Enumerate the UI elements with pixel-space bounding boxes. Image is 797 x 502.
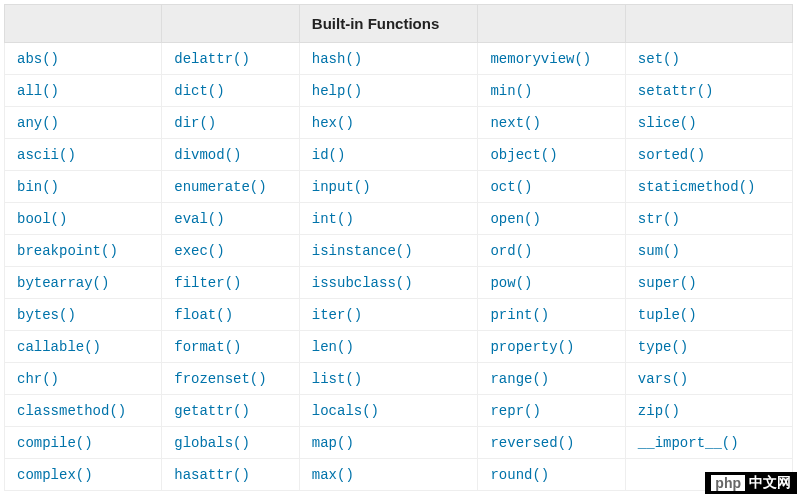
function-link[interactable]: classmethod(): [17, 403, 126, 419]
function-link[interactable]: dict(): [174, 83, 224, 99]
function-link[interactable]: sum(): [638, 243, 680, 259]
function-link[interactable]: range(): [490, 371, 549, 387]
function-link[interactable]: isinstance(): [312, 243, 413, 259]
function-link[interactable]: super(): [638, 275, 697, 291]
function-link[interactable]: complex(): [17, 467, 93, 483]
table-cell: exec(): [162, 235, 300, 267]
table-cell: id(): [299, 139, 478, 171]
table-row: bytes()float()iter()print()tuple(): [5, 299, 793, 331]
function-link[interactable]: int(): [312, 211, 354, 227]
function-link[interactable]: divmod(): [174, 147, 241, 163]
function-link[interactable]: eval(): [174, 211, 224, 227]
header-col-2: [162, 5, 300, 43]
function-link[interactable]: hex(): [312, 115, 354, 131]
table-cell: ascii(): [5, 139, 162, 171]
function-link[interactable]: print(): [490, 307, 549, 323]
function-link[interactable]: chr(): [17, 371, 59, 387]
function-link[interactable]: sorted(): [638, 147, 705, 163]
table-cell: hash(): [299, 43, 478, 75]
header-col-3: Built-in Functions: [299, 5, 478, 43]
function-link[interactable]: bytearray(): [17, 275, 109, 291]
table-cell: breakpoint(): [5, 235, 162, 267]
function-link[interactable]: oct(): [490, 179, 532, 195]
function-link[interactable]: bytes(): [17, 307, 76, 323]
function-link[interactable]: staticmethod(): [638, 179, 756, 195]
function-link[interactable]: any(): [17, 115, 59, 131]
table-cell: all(): [5, 75, 162, 107]
table-row: bin()enumerate()input()oct()staticmethod…: [5, 171, 793, 203]
function-link[interactable]: breakpoint(): [17, 243, 118, 259]
function-link[interactable]: locals(): [312, 403, 379, 419]
function-link[interactable]: object(): [490, 147, 557, 163]
function-link[interactable]: set(): [638, 51, 680, 67]
function-link[interactable]: format(): [174, 339, 241, 355]
table-cell: set(): [625, 43, 792, 75]
table-row: all()dict()help()min()setattr(): [5, 75, 793, 107]
table-cell: staticmethod(): [625, 171, 792, 203]
function-link[interactable]: memoryview(): [490, 51, 591, 67]
function-link[interactable]: exec(): [174, 243, 224, 259]
table-row: ascii()divmod()id()object()sorted(): [5, 139, 793, 171]
function-link[interactable]: bin(): [17, 179, 59, 195]
function-link[interactable]: ord(): [490, 243, 532, 259]
function-link[interactable]: property(): [490, 339, 574, 355]
function-link[interactable]: delattr(): [174, 51, 250, 67]
function-link[interactable]: callable(): [17, 339, 101, 355]
function-link[interactable]: issubclass(): [312, 275, 413, 291]
function-link[interactable]: frozenset(): [174, 371, 266, 387]
function-link[interactable]: pow(): [490, 275, 532, 291]
function-link[interactable]: all(): [17, 83, 59, 99]
function-link[interactable]: abs(): [17, 51, 59, 67]
function-link[interactable]: enumerate(): [174, 179, 266, 195]
table-cell: any(): [5, 107, 162, 139]
function-link[interactable]: globals(): [174, 435, 250, 451]
function-link[interactable]: filter(): [174, 275, 241, 291]
table-cell: max(): [299, 459, 478, 491]
table-cell: bin(): [5, 171, 162, 203]
function-link[interactable]: repr(): [490, 403, 540, 419]
table-cell: property(): [478, 331, 625, 363]
function-link[interactable]: zip(): [638, 403, 680, 419]
function-link[interactable]: dir(): [174, 115, 216, 131]
table-row: callable()format()len()property()type(): [5, 331, 793, 363]
watermark-php: php: [711, 475, 745, 491]
function-link[interactable]: getattr(): [174, 403, 250, 419]
function-link[interactable]: ascii(): [17, 147, 76, 163]
function-link[interactable]: vars(): [638, 371, 688, 387]
function-link[interactable]: type(): [638, 339, 688, 355]
function-link[interactable]: str(): [638, 211, 680, 227]
function-link[interactable]: list(): [312, 371, 362, 387]
table-cell: bytearray(): [5, 267, 162, 299]
table-cell: object(): [478, 139, 625, 171]
function-link[interactable]: reversed(): [490, 435, 574, 451]
function-link[interactable]: help(): [312, 83, 362, 99]
table-cell: format(): [162, 331, 300, 363]
function-link[interactable]: hasattr(): [174, 467, 250, 483]
function-link[interactable]: next(): [490, 115, 540, 131]
header-col-4: [478, 5, 625, 43]
function-link[interactable]: float(): [174, 307, 233, 323]
table-row: classmethod()getattr()locals()repr()zip(…: [5, 395, 793, 427]
table-cell: filter(): [162, 267, 300, 299]
table-cell: tuple(): [625, 299, 792, 331]
function-link[interactable]: id(): [312, 147, 346, 163]
function-link[interactable]: input(): [312, 179, 371, 195]
function-link[interactable]: round(): [490, 467, 549, 483]
function-link[interactable]: len(): [312, 339, 354, 355]
function-link[interactable]: map(): [312, 435, 354, 451]
function-link[interactable]: max(): [312, 467, 354, 483]
function-link[interactable]: hash(): [312, 51, 362, 67]
function-link[interactable]: tuple(): [638, 307, 697, 323]
function-link[interactable]: compile(): [17, 435, 93, 451]
function-link[interactable]: bool(): [17, 211, 67, 227]
function-link[interactable]: iter(): [312, 307, 362, 323]
function-link[interactable]: min(): [490, 83, 532, 99]
function-link[interactable]: setattr(): [638, 83, 714, 99]
table-cell: complex(): [5, 459, 162, 491]
function-link[interactable]: open(): [490, 211, 540, 227]
table-cell: abs(): [5, 43, 162, 75]
table-cell: int(): [299, 203, 478, 235]
function-link[interactable]: slice(): [638, 115, 697, 131]
table-cell: globals(): [162, 427, 300, 459]
function-link[interactable]: __import__(): [638, 435, 739, 451]
